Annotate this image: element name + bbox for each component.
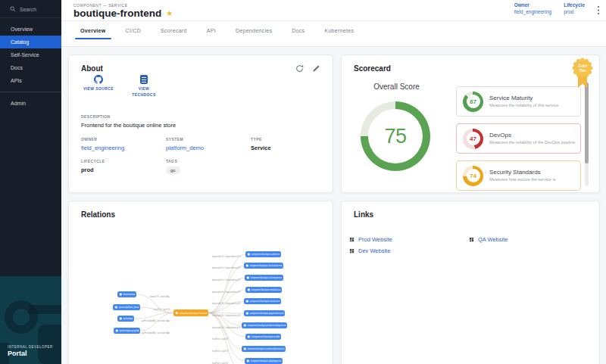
scorecard-scrollbar-thumb[interactable] <box>585 82 589 163</box>
svg-text:api:boutique-graphql: api:boutique-graphql <box>120 329 139 332</box>
relation-node-component-boutique-recommendationservice[interactable]: component:boutique-recommendationservice <box>242 346 286 352</box>
relation-edge <box>208 313 242 350</box>
link-label: Dev Website <box>358 247 390 254</box>
view-source-button[interactable]: VIEW SOURCE <box>81 75 116 98</box>
relation-edge <box>208 278 245 313</box>
relation-edge-label: hasPart / partOf <box>212 350 228 353</box>
entity-kind-icon <box>120 294 122 296</box>
relation-node-api-boutique-graphql[interactable]: api:boutique-graphql <box>114 328 140 334</box>
entity-header: COMPONENT — SERVICE boutique-frontend ★ … <box>61 0 606 21</box>
kebab-menu-icon[interactable] <box>597 5 600 18</box>
relation-node-component-boutique-shippingservice[interactable]: component:boutique-shippingservice <box>245 358 283 364</box>
sidebar-nav: OverviewCatalogSelf-ServiceDocsAPIsAdmin <box>0 18 61 110</box>
tab-overview[interactable]: Overview <box>70 21 116 39</box>
brand-decoration-block <box>38 325 61 364</box>
relation-node-component-boutique-productcatalogservice[interactable]: component:boutique-productcatalogservice <box>242 322 287 328</box>
search-label: Search <box>20 7 36 12</box>
svg-text:component:boutique-paymentserv: component:boutique-paymentservice <box>250 312 284 315</box>
relation-edge-label: dependsOn / dependencyOf <box>212 278 241 282</box>
sidebar-item-self-service[interactable]: Self-Service <box>0 48 61 61</box>
view-techdocs-button[interactable]: VIEW TECHDOCS <box>127 75 161 98</box>
relation-node-component-boutique-frontend[interactable]: component:boutique-frontend <box>173 310 208 316</box>
sidebar-item-admin[interactable]: Admin <box>0 97 61 110</box>
link-item-dev-website[interactable]: Dev Website <box>349 247 469 254</box>
relation-node-system-platform-demo[interactable]: system:platform_demo <box>113 304 140 310</box>
relation-node-component-boutique-emailservice[interactable]: component:boutique-emailservice <box>245 287 282 293</box>
sidebar-item-apis[interactable]: APIs <box>0 74 61 87</box>
sidebar-search[interactable]: Search <box>0 0 61 18</box>
scorecard-metrics-list: 87Service MaturityMeasures the reliabili… <box>456 86 581 191</box>
page-header: COMPONENT — SERVICE boutique-frontend ★ … <box>61 0 606 47</box>
app-root: Search OverviewCatalogSelf-ServiceDocsAP… <box>0 0 606 364</box>
entity-kind-icon <box>248 289 250 291</box>
edit-pencil-icon[interactable] <box>311 64 320 73</box>
svg-text:api:boutique: api:boutique <box>123 317 133 320</box>
field-description: DESCRIPTION Frontend for the boutique on… <box>81 114 176 129</box>
metric-description: Measures the reliability of the DevOps p… <box>489 140 580 146</box>
link-label: Prod Website <box>358 236 392 243</box>
favorite-star-icon[interactable]: ★ <box>166 9 173 17</box>
tab-api[interactable]: API <box>197 21 226 39</box>
svg-text:domain:boutique: domain:boutique <box>123 293 136 296</box>
type-field-value: Service <box>251 145 271 151</box>
refresh-icon[interactable] <box>295 64 304 73</box>
svg-text:component:boutique-frontend: component:boutique-frontend <box>180 312 208 315</box>
tab-scorecard[interactable]: Scorecard <box>151 21 197 39</box>
entity-kind-icon <box>176 312 178 314</box>
relation-edge-label: dependsOn / dependencyOf <box>212 266 241 269</box>
tab-ci-cd[interactable]: CI/CD <box>116 21 152 39</box>
page-title: boutique-frontend <box>73 8 161 19</box>
overall-score-value: 75 <box>384 125 406 148</box>
relation-node-component-boutique-currencyservice[interactable]: component:boutique-currencyservice <box>245 275 283 281</box>
owner-field-value[interactable]: field_engineering <box>81 145 124 151</box>
relations-graph[interactable]: ownerOf / ownedByhasPart / partOfapiProv… <box>69 212 333 364</box>
relation-node-component-boutique-paymentservice[interactable]: component:boutique-paymentservice <box>244 310 285 316</box>
relation-node-api-boutique[interactable]: api:boutique <box>117 316 134 322</box>
tag-chip[interactable]: go <box>166 166 180 174</box>
metric-item-devops[interactable]: 47DevOpsMeasures the reliability of the … <box>456 123 581 154</box>
svg-text:component:boutique-checkoutser: component:boutique-checkoutservice <box>250 264 283 267</box>
tab-dependencies[interactable]: Dependencies <box>226 21 282 39</box>
svg-text:Tier: Tier <box>579 68 586 73</box>
sidebar-item-overview[interactable]: Overview <box>0 23 61 36</box>
relation-edge-label: dependsOn / dependencyOf <box>212 291 241 294</box>
entity-kind-icon <box>247 360 249 362</box>
owner-value[interactable]: field_engineering <box>514 9 552 14</box>
link-item-qa-website[interactable]: QA Website <box>469 236 508 243</box>
links-card: Links Prod WebsiteQA WebsiteDev Website <box>341 201 600 364</box>
metric-score: 47 <box>470 135 476 142</box>
svg-text:component:boutique-currencyser: component:boutique-currencyservice <box>251 276 283 279</box>
metric-item-service-maturity[interactable]: 87Service MaturityMeasures the reliabili… <box>456 86 581 117</box>
description-label: DESCRIPTION <box>81 114 176 119</box>
techdocs-icon <box>140 75 148 84</box>
relations-card: Relations ownerOf / ownedByhasPart / par… <box>68 201 333 364</box>
sidebar-item-docs[interactable]: Docs <box>0 61 61 74</box>
relation-node-component-boutique-cartservice[interactable]: component:boutique-cartservice <box>244 298 281 304</box>
field-owner: OWNER field_engineering <box>81 137 124 151</box>
system-field-value[interactable]: platform_demo <box>166 145 204 151</box>
relation-node-domain-boutique[interactable]: domain:boutique <box>117 291 136 297</box>
link-item-prod-website[interactable]: Prod Website <box>349 236 469 243</box>
sidebar-item-catalog[interactable]: Catalog <box>0 36 61 48</box>
relation-edge-label: hasPart / partOf <box>154 308 170 311</box>
relation-edge-label: dependsOn / dependencyOf <box>212 302 241 305</box>
owner-meta: Owner field_engineering <box>514 2 552 14</box>
search-icon <box>10 6 16 12</box>
relation-node-component-boutique-adservice[interactable]: component:boutique-adservice <box>245 251 281 257</box>
gold-tier-badge: GoldTier <box>570 57 595 92</box>
dashboard-icon <box>349 248 355 254</box>
relation-node-component-boutique-redis[interactable]: component:boutique-redis <box>245 334 281 340</box>
brand-eyebrow: INTERNAL DEVELOPER <box>8 345 53 349</box>
entity-kind-icon <box>246 265 248 267</box>
sidebar-brand: INTERNAL DEVELOPER Portal <box>0 276 61 364</box>
tab-kubernetes[interactable]: Kubernetes <box>314 21 364 39</box>
svg-text:component:boutique-cartservice: component:boutique-cartservice <box>250 300 280 303</box>
dashboard-icon <box>469 237 474 242</box>
metric-item-security-standards[interactable]: 74Security StandardsMeasures how secure … <box>456 160 581 191</box>
tab-docs[interactable]: Docs <box>282 21 314 39</box>
metric-donut: 74 <box>463 166 483 186</box>
svg-text:component:boutique-productcata: component:boutique-productcatalogservice <box>248 324 286 327</box>
relation-node-component-boutique-checkoutservice[interactable]: component:boutique-checkoutservice <box>244 263 283 269</box>
metric-name: DevOps <box>489 132 580 138</box>
lifecycle-label: Lifecycle <box>564 2 585 8</box>
